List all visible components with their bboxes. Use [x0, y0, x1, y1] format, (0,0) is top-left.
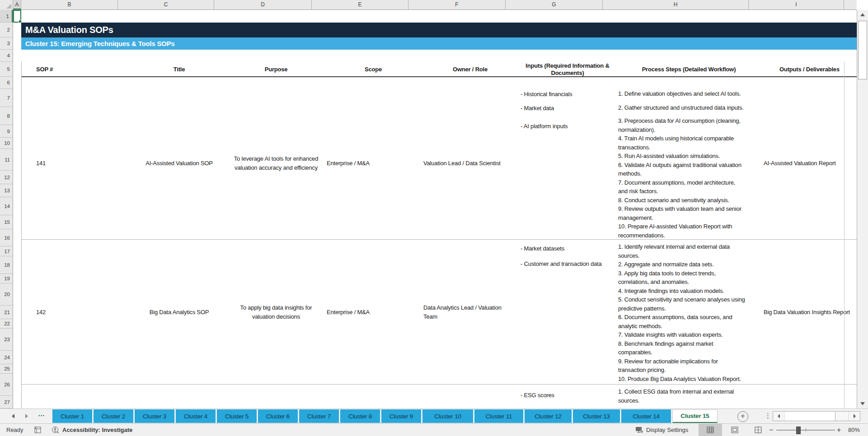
- sop-row-block[interactable]: 142Big Data Analytics SOPTo apply big da…: [13, 240, 857, 385]
- row-header-25[interactable]: 25: [0, 364, 13, 374]
- tab-options-dots-icon[interactable]: ⋮: [765, 412, 771, 420]
- column-header-i[interactable]: I: [749, 0, 844, 9]
- row-header-12[interactable]: 12: [0, 171, 13, 184]
- vertical-scrollbar-thumb[interactable]: [858, 21, 867, 79]
- table-header-underline: [21, 76, 857, 77]
- column-header-e[interactable]: E: [312, 0, 408, 9]
- active-cell-selection[interactable]: [13, 10, 21, 23]
- row-header-22[interactable]: 22: [0, 319, 13, 329]
- table-header-cell: Scope: [325, 62, 422, 77]
- scroll-down-button[interactable]: [857, 399, 868, 408]
- sheet-tab-cluster-8[interactable]: Cluster 8: [340, 409, 380, 423]
- sheet-tab-cluster-7[interactable]: Cluster 7: [299, 409, 339, 423]
- macro-record-icon[interactable]: [34, 424, 41, 436]
- row-header-24[interactable]: 24: [0, 351, 13, 364]
- select-all-corner[interactable]: [0, 0, 13, 10]
- page-break-view-button[interactable]: [746, 424, 770, 436]
- zoom-level[interactable]: 80%: [848, 424, 860, 436]
- sheet-tab-cluster-2[interactable]: Cluster 2: [94, 409, 133, 423]
- cluster-subtitle-text: Cluster 15: Emerging Techniques & Tools …: [25, 40, 175, 47]
- process-step: 3. Preprocess data for AI consumption (c…: [618, 116, 762, 134]
- row-header-2[interactable]: 2: [0, 23, 13, 37]
- accessibility-status[interactable]: Accessibility: Investigate: [62, 424, 132, 436]
- scroll-up-button[interactable]: [857, 10, 868, 20]
- process-step: 10. Produce Big Data Analytics Valuation…: [618, 375, 762, 384]
- display-settings-label[interactable]: Display Settings: [646, 424, 688, 436]
- sop-row-block[interactable]: 141AI-Assisted Valuation SOPTo leverage …: [13, 87, 857, 240]
- accessibility-icon: [52, 424, 59, 436]
- cell-scope: Enterprise / M&A: [327, 87, 417, 240]
- row-header-20[interactable]: 20: [0, 283, 13, 306]
- scroll-left-button[interactable]: [773, 412, 784, 421]
- process-step: 7. Validate insights with valuation expe…: [618, 330, 762, 339]
- tab-scroll-right-icon: [25, 414, 28, 418]
- sheet-tab-cluster-6[interactable]: Cluster 6: [258, 409, 298, 423]
- row-header-16[interactable]: 16: [0, 229, 13, 246]
- sheet-tab-cluster-14[interactable]: Cluster 14: [621, 409, 671, 423]
- sheet-tab-cluster-1[interactable]: Cluster 1: [52, 409, 92, 423]
- column-header-a[interactable]: A: [13, 0, 21, 9]
- more-sheets-ellipsis[interactable]: …: [38, 410, 45, 417]
- row-header-1[interactable]: 1: [0, 10, 13, 23]
- horizontal-scrollbar[interactable]: [773, 411, 860, 421]
- row-header-11[interactable]: 11: [0, 149, 13, 171]
- sheet-tab-bar: … Cluster 1Cluster 2Cluster 3Cluster 4Cl…: [0, 408, 868, 423]
- cluster-subtitle-banner: Cluster 15: Emerging Techniques & Tools …: [21, 37, 857, 50]
- row-header-21[interactable]: 21: [0, 306, 13, 319]
- sheet-tab-cluster-3[interactable]: Cluster 3: [135, 409, 174, 423]
- row-header-23[interactable]: 23: [0, 329, 13, 351]
- column-header-c[interactable]: C: [118, 0, 214, 9]
- sheet-tab-cluster-12[interactable]: Cluster 12: [525, 409, 572, 423]
- zoom-out-button[interactable]: −: [769, 424, 773, 436]
- row-header-15[interactable]: 15: [0, 215, 13, 229]
- process-step: 1. Define valuation objectives and selec…: [618, 89, 762, 98]
- sheet-tab-cluster-15[interactable]: Cluster 15: [672, 409, 718, 423]
- sheet-tab-cluster-9[interactable]: Cluster 9: [381, 409, 421, 423]
- process-step: 6. Validate AI outputs against tradition…: [618, 161, 762, 178]
- page-layout-view-button[interactable]: [723, 424, 746, 436]
- row-header-19[interactable]: 19: [0, 274, 13, 283]
- sheet-tab-cluster-11[interactable]: Cluster 11: [474, 409, 523, 423]
- row-header-4[interactable]: 4: [0, 50, 13, 62]
- row-header-17[interactable]: 17: [0, 246, 13, 256]
- horizontal-scrollbar-thumb[interactable]: [785, 412, 835, 421]
- row-header-27[interactable]: 27: [0, 396, 13, 408]
- row-header-5[interactable]: 5: [0, 62, 13, 77]
- row-header-18[interactable]: 18: [0, 256, 13, 274]
- vertical-scrollbar[interactable]: [857, 10, 868, 408]
- sheet-tab-cluster-5[interactable]: Cluster 5: [217, 409, 257, 423]
- column-header-h[interactable]: H: [603, 0, 749, 9]
- sheet-tab-cluster-13[interactable]: Cluster 13: [573, 409, 620, 423]
- normal-view-button[interactable]: [699, 424, 722, 436]
- row-header-7[interactable]: 7: [0, 89, 13, 107]
- scroll-right-button[interactable]: [849, 412, 860, 421]
- sheet-grid[interactable]: M&A Valuation SOPs Cluster 15: Emerging …: [13, 10, 857, 408]
- process-step: 4. Train AI models using historical comp…: [618, 134, 762, 152]
- column-header-b[interactable]: B: [21, 0, 118, 9]
- column-header-d[interactable]: D: [214, 0, 312, 9]
- new-sheet-button[interactable]: +: [737, 411, 748, 422]
- row-header-14[interactable]: 14: [0, 197, 13, 215]
- tab-scroll-left-button[interactable]: [12, 414, 14, 418]
- zoom-slider-thumb[interactable]: [796, 427, 801, 434]
- zoom-in-button[interactable]: +: [837, 424, 841, 436]
- tab-scroll-right-button[interactable]: [25, 414, 28, 418]
- row-header-6[interactable]: 6: [0, 77, 13, 89]
- process-step: 6. Document assumptions, data sources, a…: [618, 313, 762, 330]
- process-step: 5. Run AI-assisted valuation simulations…: [618, 152, 762, 161]
- column-header-g[interactable]: G: [506, 0, 603, 9]
- row-header-26[interactable]: 26: [0, 374, 13, 396]
- cell-scope: Enterprise / M&A: [327, 240, 417, 385]
- row-header-13[interactable]: 13: [0, 184, 13, 197]
- cell-sop-number: 141: [36, 87, 72, 240]
- column-header-f[interactable]: F: [408, 0, 506, 9]
- row-header-10[interactable]: 10: [0, 138, 13, 149]
- row-header-9[interactable]: 9: [0, 125, 13, 138]
- row-header-8[interactable]: 8: [0, 107, 13, 125]
- table-header-cell: Title: [131, 62, 227, 77]
- tab-scroll-left-icon: [12, 414, 14, 418]
- row-header-3[interactable]: 3: [0, 37, 13, 50]
- sheet-tab-cluster-10[interactable]: Cluster 10: [422, 409, 473, 423]
- table-header-cell: SOP #: [34, 62, 90, 77]
- sheet-tab-cluster-4[interactable]: Cluster 4: [176, 409, 216, 423]
